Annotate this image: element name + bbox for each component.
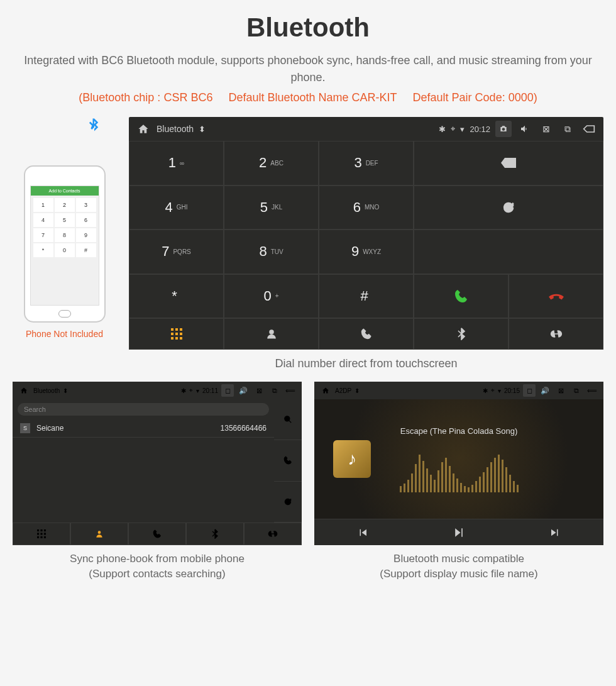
phone-illustration: Add to Contacts 123456789*0# Phone Not I… [13, 117, 116, 339]
side-refresh[interactable] [274, 482, 302, 523]
svg-rect-7 [175, 337, 178, 340]
svg-rect-0 [171, 328, 173, 331]
dial-key-9[interactable]: 9WXYZ [319, 230, 414, 274]
dial-key-4[interactable]: 4GHI [129, 185, 224, 230]
hangup-button[interactable] [509, 274, 603, 319]
play-pause-button[interactable] [410, 519, 507, 545]
svg-rect-13 [44, 529, 46, 531]
svg-rect-3 [171, 333, 173, 335]
spec-chip: (Bluetooth chip : CSR BC6 [79, 91, 212, 104]
next-button[interactable] [507, 519, 603, 545]
phone-key: 6 [76, 213, 96, 227]
home-icon[interactable] [135, 121, 151, 137]
location-icon: ⌖ [189, 387, 193, 394]
contacts-caption: Sync phone-book from mobile phone(Suppor… [13, 551, 302, 582]
phone-key: 7 [33, 228, 53, 242]
side-search[interactable] [274, 399, 302, 440]
svg-rect-4 [175, 333, 178, 335]
clock: 20:12 [470, 124, 490, 134]
svg-rect-1 [175, 328, 178, 331]
phone-key: 5 [55, 213, 75, 227]
svg-rect-16 [44, 533, 46, 534]
svg-rect-14 [37, 533, 39, 534]
dial-key-7[interactable]: 7PQRS [129, 230, 224, 274]
bluetooth-icon: ✱ [483, 387, 488, 394]
svg-rect-5 [180, 333, 182, 335]
music-device: A2DP ⬍ ✱ ⌖ ▾ 20:15 ◻ 🔊 ⊠ ⧉ ⟸ ♪ Escape (T… [314, 382, 603, 545]
volume-icon[interactable]: 🔊 [237, 384, 250, 397]
clock: 20:11 [202, 387, 218, 394]
status-title: Bluetooth [157, 124, 194, 134]
contact-row[interactable]: SSeicane13566664466 [13, 419, 274, 438]
camera-icon[interactable] [495, 121, 512, 137]
music-status-bar: A2DP ⬍ ✱ ⌖ ▾ 20:15 ◻ 🔊 ⊠ ⧉ ⟸ [314, 382, 603, 399]
dial-key-3[interactable]: 3DEF [319, 141, 414, 185]
nav-bluetooth[interactable] [186, 523, 244, 545]
svg-rect-12 [40, 529, 42, 531]
call-button[interactable] [414, 274, 509, 319]
empty-action [414, 230, 603, 274]
nav-recent[interactable] [319, 318, 414, 350]
bluetooth-icon: ✱ [181, 387, 186, 394]
recent-icon[interactable]: ⧉ [268, 384, 281, 397]
home-icon[interactable] [18, 384, 30, 397]
music-title: A2DP [335, 387, 351, 394]
dial-key-1[interactable]: 1∞ [129, 141, 224, 185]
dial-key-6[interactable]: 6MNO [319, 185, 414, 230]
home-icon[interactable] [319, 384, 332, 397]
location-icon: ⌖ [451, 124, 455, 134]
usb-icon: ⬍ [355, 387, 360, 394]
close-icon[interactable]: ⊠ [538, 121, 554, 137]
contacts-title: Bluetooth [33, 387, 60, 394]
svg-rect-8 [180, 337, 182, 340]
camera-icon[interactable]: ◻ [221, 384, 234, 397]
search-input[interactable]: Search [18, 403, 269, 416]
spec-name: Default Bluetooth Name CAR-KIT [228, 91, 397, 104]
back-icon[interactable]: ⟸ [284, 384, 297, 397]
nav-recent[interactable] [128, 523, 186, 545]
recent-icon[interactable]: ⧉ [570, 384, 583, 397]
status-bar: Bluetooth ⬍ ✱ ⌖ ▾ 20:12 ⊠ ⧉ [129, 117, 603, 141]
phone-key: 8 [55, 228, 75, 242]
nav-contacts[interactable] [224, 318, 319, 350]
back-icon[interactable] [581, 121, 597, 137]
dial-key-*[interactable]: * [129, 274, 224, 319]
dial-key-2[interactable]: 2ABC [224, 141, 319, 185]
volume-icon[interactable] [517, 121, 533, 137]
svg-rect-17 [37, 536, 39, 538]
prev-button[interactable] [314, 519, 410, 545]
nav-pair[interactable] [509, 318, 603, 350]
bluetooth-wave-icon [13, 117, 116, 140]
nav-bluetooth[interactable] [414, 318, 509, 350]
close-icon[interactable]: ⊠ [253, 384, 265, 397]
phone-key: * [33, 243, 53, 257]
music-note-icon: ♪ [333, 440, 371, 478]
refresh-button[interactable] [414, 185, 603, 230]
dialer-device: Bluetooth ⬍ ✱ ⌖ ▾ 20:12 ⊠ ⧉ 1∞2ABC3DEF4G… [129, 117, 603, 350]
clock: 20:15 [504, 387, 520, 394]
nav-contacts[interactable] [70, 523, 128, 545]
page-description: Integrated with BC6 Bluetooth module, su… [13, 52, 603, 86]
volume-icon[interactable]: 🔊 [539, 384, 551, 397]
phone-key: 9 [76, 228, 96, 242]
dial-key-#[interactable]: # [319, 274, 414, 319]
svg-rect-19 [44, 536, 46, 538]
backspace-button[interactable] [414, 141, 603, 185]
svg-point-10 [285, 416, 290, 421]
side-call[interactable] [274, 440, 302, 481]
camera-icon[interactable]: ◻ [523, 384, 536, 397]
usb-icon: ⬍ [199, 124, 206, 134]
location-icon: ⌖ [491, 387, 495, 394]
nav-keypad[interactable] [129, 318, 224, 350]
wifi-icon: ▾ [196, 387, 199, 394]
dial-key-5[interactable]: 5JKL [224, 185, 319, 230]
dial-key-0[interactable]: 0+ [224, 274, 319, 319]
close-icon[interactable]: ⊠ [554, 384, 567, 397]
back-icon[interactable]: ⟸ [586, 384, 598, 397]
recent-icon[interactable]: ⧉ [559, 121, 576, 137]
nav-pair[interactable] [244, 523, 302, 545]
svg-point-20 [98, 531, 101, 534]
nav-keypad[interactable] [13, 523, 70, 545]
phone-key: # [76, 243, 96, 257]
dial-key-8[interactable]: 8TUV [224, 230, 319, 274]
